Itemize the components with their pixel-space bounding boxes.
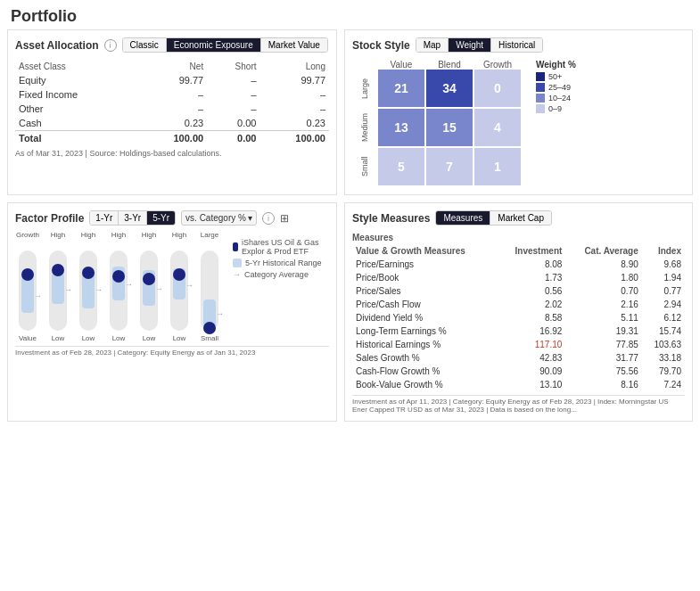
long-cell: – [260,87,330,102]
factor-range-bar [52,273,64,304]
factor-col-momentum: High→Low [76,231,101,342]
asset-class-cell: Equity [15,73,138,87]
legend-title: Weight % [536,60,576,70]
short-cell: – [207,102,259,116]
factor-bar-volatility: → [140,250,158,331]
weight-button[interactable]: Weight [449,38,491,52]
measures-footnote: Investment as of Apr 11, 2023 | Category… [352,395,685,414]
factor-dot [173,268,185,281]
measure-label: Sales Growth % [352,351,498,365]
measure-label: Long-Term Earnings % [352,324,498,338]
measure-cat-avg: 5.11 [565,311,641,324]
factor-dot [143,273,155,285]
legend-color-dot [536,72,545,81]
factor-legend-item: 5-Yr Historical Range [233,259,329,267]
factor-legend-item: iShares US Oil & Gas Explor & Prod ETF [233,238,329,256]
table-row: Cash 0.23 0.00 0.23 [15,116,329,131]
measure-cat-avg: 1.80 [565,271,641,284]
historical-button[interactable]: Historical [491,38,542,52]
total-row: Total 100.00 0.00 100.00 [15,131,329,146]
factor-col-volatility: High→Low [136,231,161,342]
stock-legend: Weight % 50+ 25–49 10–24 0–9 [536,60,576,115]
factor-bar-style: → [19,250,37,331]
factor-dot [82,267,95,279]
stock-grid: Large21340Medium13154Small571 [352,70,522,185]
table-row: Other – – – [15,102,329,116]
asset-class-cell: Other [15,102,138,116]
classic-button[interactable]: Classic [123,38,167,52]
high-label-yield: High [51,231,65,249]
table-row: Equity 99.77 – 99.77 [15,73,329,87]
asset-class-cell: Fixed Income [15,87,138,102]
col-growth: Growth [474,60,521,70]
table-row: Cash-Flow Growth % 90.09 75.56 79.70 [352,365,685,378]
5yr-button[interactable]: 5-Yr [147,211,175,225]
stock-cell-0-2: 0 [474,70,521,107]
legend-item: 50+ [536,72,576,81]
legend-label: 25–49 [548,83,571,92]
factor-bar-size: → [201,250,218,331]
table-row: Historical Earnings % 117.10 77.85 103.6… [352,338,685,351]
low-label-size: Small [201,334,218,342]
category-avg-arrow: → [216,309,224,318]
legend-text: Category Average [244,270,309,279]
legend-color [233,259,242,267]
low-label-momentum: Low [82,334,95,342]
3yr-button[interactable]: 3-Yr [119,211,147,225]
asset-allocation-btn-group: Classic Economic Exposure Market Value [122,37,328,53]
category-avg-arrow: → [64,285,72,294]
low-label-style: Value [19,334,37,342]
measure-label: Historical Earnings % [352,338,498,351]
stock-grid-row: Large21340 [352,70,522,107]
factor-col-size: Large→Small [197,231,222,342]
factor-bar-yield: → [49,250,67,331]
table-row: Price/Book 1.73 1.80 1.94 [352,271,685,284]
asset-allocation-info-icon[interactable]: i [104,39,117,52]
economic-exposure-button[interactable]: Economic Exposure [167,38,261,52]
short-cell: – [207,73,259,87]
short-cell: – [207,87,259,102]
stock-style-title: Stock Style [352,39,410,52]
factor-info-icon[interactable]: i [262,212,275,225]
style-measures-title: Style Measures [352,212,430,225]
vs-dropdown[interactable]: vs. Category % ▾ [181,210,257,226]
measures-table: Value & Growth Measures Investment Cat. … [352,244,685,391]
long-cell: 99.77 [260,73,330,87]
col-value: Value [378,60,424,70]
measure-label: Price/Earnings [352,258,498,271]
measure-cat-avg: 0.70 [565,284,641,298]
stock-cell-1-2: 4 [474,109,521,146]
market-value-button[interactable]: Market Value [261,38,327,52]
1yr-button[interactable]: 1-Yr [90,211,119,225]
measure-cat-avg: 75.56 [565,365,641,378]
stock-cell-1-0: 13 [378,109,424,146]
factor-dot [21,268,34,281]
measure-index: 33.18 [642,351,685,365]
net-cell: 99.77 [138,73,207,87]
measure-label: Price/Sales [352,284,498,298]
market-cap-button[interactable]: Market Cap [490,211,551,225]
measure-index: 6.12 [642,311,685,324]
factor-col-liquidity: High→Low [167,231,192,342]
measure-label: Price/Book [352,271,498,284]
factor-footnote: Investment as of Feb 28, 2023 | Category… [15,346,329,357]
map-button[interactable]: Map [416,38,449,52]
net-cell: – [138,102,207,116]
category-avg-arrow: → [34,291,42,300]
measure-cat-avg: 19.31 [565,324,641,338]
grid-icon[interactable]: ⊞ [280,212,289,225]
low-label-quality: Low [112,334,126,342]
high-label-momentum: High [81,231,95,249]
measures-subsection: Value & Growth Measures [352,244,498,258]
stock-cell-2-1: 7 [426,148,473,185]
measures-button[interactable]: Measures [436,211,490,225]
factor-col-yield: High→Low [45,231,70,342]
year-btn-group: 1-Yr 3-Yr 5-Yr [89,210,176,226]
low-label-liquidity: Low [173,334,186,342]
factor-dot [52,264,64,276]
category-avg-arrow: → [95,285,103,294]
measure-cat-avg: 31.77 [565,351,641,365]
measure-label: Cash-Flow Growth % [352,365,498,378]
measure-investment: 1.73 [498,271,565,284]
style-measures-panel: Style Measures Measures Market Cap Measu… [344,202,693,422]
